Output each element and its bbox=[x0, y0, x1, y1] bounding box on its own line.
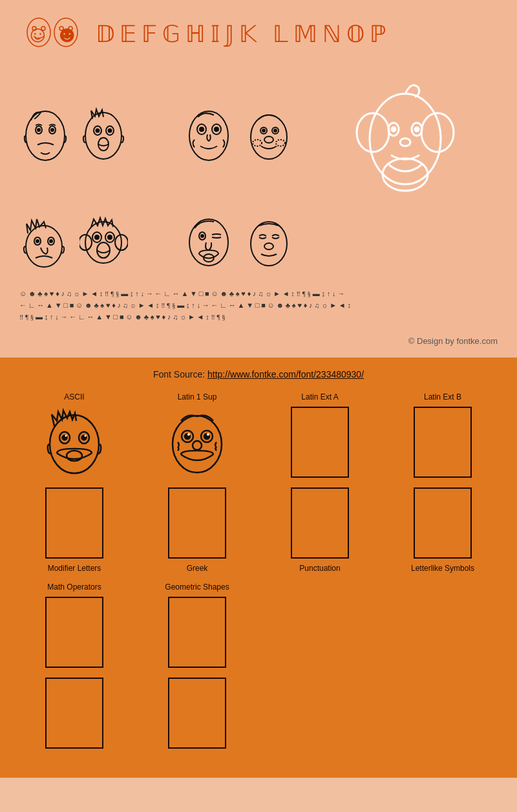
face-pair-3 bbox=[19, 213, 170, 272]
greek-label: Greek bbox=[187, 564, 208, 573]
geoshapes-preview bbox=[168, 597, 226, 668]
char-cell-modifier: Modifier Letters bbox=[19, 487, 129, 573]
face-pair-2 bbox=[183, 71, 333, 200]
empty2-preview bbox=[414, 588, 472, 659]
char-cell-geoshapes: Geometric Shapes bbox=[142, 582, 252, 668]
bottom3-preview bbox=[291, 678, 349, 749]
svg-point-40 bbox=[26, 226, 62, 267]
char-cell-letterlike: Letterlike Symbols bbox=[388, 487, 498, 573]
char-cell-bottom4 bbox=[388, 678, 498, 749]
mathop-label: Math Operators bbox=[47, 582, 101, 592]
face-pair-4 bbox=[183, 213, 333, 272]
svg-point-68 bbox=[85, 435, 87, 437]
font-source: Font Source: http://www.fontke.com/font/… bbox=[19, 364, 498, 392]
svg-point-27 bbox=[274, 129, 277, 132]
letterlike-preview bbox=[414, 487, 472, 559]
svg-point-44 bbox=[50, 240, 52, 242]
char-cell-latinexta: Latin Ext A bbox=[265, 392, 375, 478]
modifier-preview bbox=[45, 487, 103, 559]
svg-point-15 bbox=[96, 129, 99, 133]
svg-point-70 bbox=[173, 416, 222, 473]
svg-point-75 bbox=[187, 433, 190, 436]
svg-text:← ∟ ↔ ▲ ▼ □ ■ ☺ ☻ ♣ ♠ ♥ ♦ ♪ ♫ : ← ∟ ↔ ▲ ▼ □ ■ ☺ ☻ ♣ ♠ ♥ ♦ ♪ ♫ ☼ ► ◄ ↕ ‼ … bbox=[19, 301, 351, 309]
svg-point-77 bbox=[193, 441, 202, 450]
char-cell-bottom1 bbox=[19, 678, 129, 749]
ascii-face bbox=[45, 407, 103, 478]
svg-text:☺☻ 𝔻𝔼𝔽𝔾ℍ𝕀𝕁𝕂 𝕃𝕄ℕ𝕆ℙ: ☺☻ 𝔻𝔼𝔽𝔾ℍ𝕀𝕁𝕂 𝕃𝕄ℕ𝕆ℙ bbox=[26, 21, 391, 47]
svg-point-12 bbox=[85, 112, 121, 159]
copyright: © Design by fontke.com bbox=[19, 333, 498, 351]
latinexta-label: Latin Ext A bbox=[301, 392, 338, 401]
latinextb-label: Latin Ext B bbox=[424, 392, 461, 401]
char-cell-empty2 bbox=[388, 582, 498, 668]
punct-label: Punctuation bbox=[299, 564, 340, 573]
svg-point-22 bbox=[215, 127, 218, 131]
face-monkey bbox=[78, 213, 129, 272]
char-grid-row2: Modifier Letters Greek Punctuation Lette… bbox=[19, 487, 498, 573]
face-grid-row2 bbox=[19, 213, 498, 272]
latinexta-preview bbox=[291, 407, 349, 478]
char-grid-row4 bbox=[19, 678, 498, 749]
char-cell-empty1 bbox=[265, 582, 375, 668]
char-cell-latin1: Latin 1 Sup bbox=[142, 392, 252, 478]
char-cell-latinextb: Latin Ext B bbox=[388, 392, 498, 478]
bottom1-preview bbox=[45, 678, 103, 749]
face-worried-1 bbox=[19, 107, 71, 165]
face-grumpy bbox=[19, 213, 71, 272]
svg-point-76 bbox=[207, 433, 209, 436]
svg-point-29 bbox=[253, 140, 262, 146]
letterlike-label: Letterlike Symbols bbox=[411, 564, 474, 573]
geoshapes-label: Geometric Shapes bbox=[165, 582, 229, 592]
svg-point-62 bbox=[50, 415, 99, 473]
char-cell-greek: Greek bbox=[142, 487, 252, 573]
modifier-label: Modifier Letters bbox=[48, 564, 101, 573]
svg-point-55 bbox=[201, 235, 204, 237]
latinextb-preview bbox=[414, 407, 472, 478]
svg-point-58 bbox=[264, 243, 273, 250]
svg-point-38 bbox=[415, 127, 419, 131]
svg-point-11 bbox=[51, 129, 54, 131]
svg-point-21 bbox=[200, 127, 204, 131]
svg-point-18 bbox=[189, 111, 228, 160]
svg-point-39 bbox=[400, 138, 410, 146]
bottom2-preview bbox=[168, 678, 226, 749]
char-cell-punct: Punctuation bbox=[265, 487, 375, 573]
svg-point-34 bbox=[383, 158, 428, 191]
svg-point-16 bbox=[108, 129, 111, 133]
svg-point-52 bbox=[97, 242, 110, 258]
mathop-preview bbox=[45, 597, 103, 668]
top-section: ☺☻ 𝔻𝔼𝔽𝔾ℍ𝕀𝕁𝕂 𝕃𝕄ℕ𝕆ℙ bbox=[0, 0, 517, 358]
face-big-eyes bbox=[183, 107, 235, 165]
char-cell-mathop: Math Operators bbox=[19, 582, 129, 668]
svg-text:‼ ¶ § ▬ ↨ ↑ ↓ → ← ∟ ↔ ▲ ▼ □ ■ : ‼ ¶ § ▬ ↨ ↑ ↓ → ← ∟ ↔ ▲ ▼ □ ■ ☺ ☻ ♣ ♠ ♥ … bbox=[19, 313, 226, 321]
svg-point-37 bbox=[392, 127, 396, 131]
bottom-section: Font Source: http://www.fontke.com/font/… bbox=[0, 358, 517, 778]
svg-point-26 bbox=[262, 129, 265, 132]
svg-point-17 bbox=[98, 138, 109, 151]
latin1-label: Latin 1 Sup bbox=[178, 392, 217, 401]
font-source-url[interactable]: http://www.fontke.com/font/233480930/ bbox=[207, 369, 364, 379]
face-grid bbox=[19, 71, 498, 200]
latin1-face bbox=[168, 407, 226, 478]
svg-point-10 bbox=[37, 129, 40, 131]
face-placeholder bbox=[347, 213, 498, 272]
face-sleepy bbox=[241, 213, 293, 272]
char-cell-bottom2 bbox=[142, 678, 252, 749]
char-cell-ascii: ASCII bbox=[19, 392, 129, 478]
face-tongue bbox=[183, 213, 235, 272]
charset-strip: ☺ ☻ ♣ ♠ ♥ ♦ ♪ ♫ ☼ ► ◄ ↕ ‼ ¶ § ▬ ↨ ↑ ↓ → … bbox=[19, 284, 498, 330]
svg-point-28 bbox=[264, 136, 273, 143]
svg-point-43 bbox=[36, 240, 39, 242]
char-grid-row1: ASCII bbox=[19, 392, 498, 478]
face-scared-1 bbox=[78, 107, 129, 165]
face-chubby bbox=[241, 107, 293, 165]
char-grid-row3: Math Operators Geometric Shapes bbox=[19, 582, 498, 668]
face-pair-1 bbox=[19, 71, 170, 200]
greek-preview bbox=[168, 487, 226, 559]
empty1-preview bbox=[291, 588, 349, 659]
svg-point-50 bbox=[95, 235, 99, 239]
bottom4-preview bbox=[414, 678, 472, 749]
svg-text:☺ ☻ ♣ ♠ ♥ ♦ ♪ ♫ ☼ ► ◄ ↕ ‼ ¶ § : ☺ ☻ ♣ ♠ ♥ ♦ ♪ ♫ ☼ ► ◄ ↕ ‼ ¶ § ▬ ↨ ↑ ↓ → … bbox=[19, 290, 344, 297]
svg-point-67 bbox=[65, 435, 67, 437]
punct-preview bbox=[291, 487, 349, 559]
